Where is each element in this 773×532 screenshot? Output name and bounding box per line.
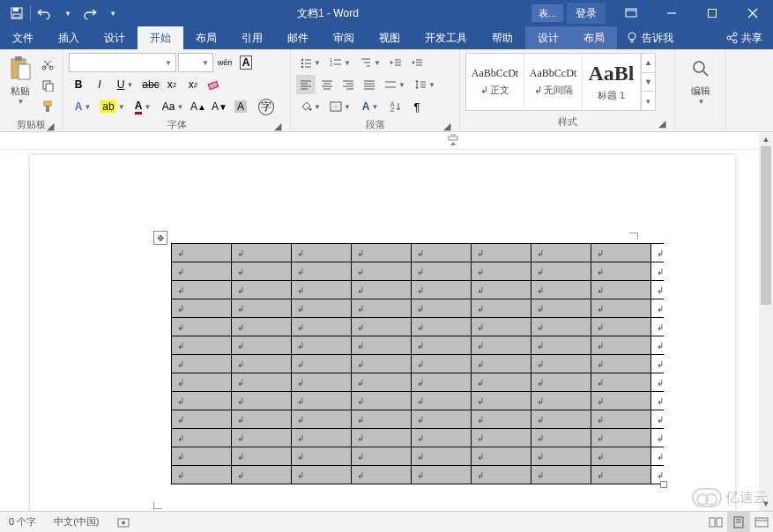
table-cell[interactable]: ↲: [472, 447, 531, 466]
table-cell[interactable]: ↲: [412, 447, 472, 466]
change-case-button[interactable]: Aa▼: [159, 97, 187, 116]
find-button[interactable]: 编辑 ▼: [683, 53, 718, 106]
ruler[interactable]: [0, 132, 773, 150]
table-cell[interactable]: ↲: [412, 355, 472, 373]
tab-table-design[interactable]: 设计: [525, 26, 571, 49]
word-count[interactable]: 0 个字: [0, 515, 45, 528]
web-layout-view[interactable]: [750, 512, 773, 533]
table-cell[interactable]: ↲: [172, 299, 232, 318]
line-spacing-button[interactable]: ▼: [411, 75, 439, 94]
table-cell[interactable]: ↲: [412, 262, 472, 281]
table-cell[interactable]: ↲: [232, 466, 292, 484]
table-cell[interactable]: ↲: [292, 281, 352, 299]
table-cell[interactable]: ↲: [591, 410, 651, 429]
table-cell[interactable]: ↲: [531, 244, 591, 262]
table-cell[interactable]: ↲: [232, 281, 292, 299]
table-cell[interactable]: ↲: [232, 392, 292, 410]
tab-design[interactable]: 设计: [92, 26, 138, 49]
increase-indent-button[interactable]: [407, 53, 427, 72]
scroll-thumb[interactable]: [761, 146, 771, 305]
font-name-combo[interactable]: ▼: [69, 53, 176, 72]
format-painter-button[interactable]: [38, 97, 57, 116]
table-cell[interactable]: ↲: [232, 355, 292, 373]
superscript-button[interactable]: x2: [183, 75, 203, 94]
table-cell[interactable]: ↲: [172, 355, 232, 373]
split-handle[interactable]: [446, 132, 460, 150]
table-cell[interactable]: ↲: [232, 447, 292, 466]
table-cell[interactable]: ↲: [531, 336, 591, 355]
table-cell[interactable]: ↲: [292, 318, 352, 336]
tab-developer[interactable]: 开发工具: [413, 26, 479, 49]
table-cell[interactable]: ↲: [232, 410, 292, 429]
table-cell[interactable]: ↲: [292, 373, 352, 392]
table-cell[interactable]: ↲: [352, 355, 412, 373]
tab-references[interactable]: 引用: [229, 26, 275, 49]
table-cell[interactable]: ↲: [172, 373, 232, 392]
style-no-spacing[interactable]: AaBbCcDt ↲无间隔: [524, 54, 583, 110]
table-cell[interactable]: ↲: [232, 336, 292, 355]
style-normal[interactable]: AaBbCcDt ↲正文: [466, 54, 524, 110]
table-cell[interactable]: ↲: [292, 410, 352, 429]
undo-dropdown[interactable]: ▼: [56, 0, 78, 26]
table-cell[interactable]: ↲: [172, 447, 232, 466]
table-cell[interactable]: ↲: [472, 392, 531, 410]
table-cell[interactable]: ↲: [472, 299, 531, 318]
table-cell[interactable]: ↲: [352, 262, 412, 281]
table-cell[interactable]: ↲: [292, 392, 352, 410]
distributed-button[interactable]: ▼: [381, 75, 409, 94]
sort-button[interactable]: AZ: [386, 97, 405, 116]
styles-scroll-up[interactable]: ▲: [642, 54, 655, 73]
tab-review[interactable]: 审阅: [321, 26, 367, 49]
table-cell[interactable]: ↲: [591, 262, 651, 281]
table-cell[interactable]: ↲: [232, 373, 292, 392]
login-button[interactable]: 登录: [567, 3, 606, 24]
table-cell[interactable]: ↲: [472, 429, 531, 447]
style-heading1[interactable]: AaBl 标题 1: [583, 54, 641, 110]
paragraph-launcher[interactable]: ◢: [442, 121, 452, 131]
tab-home[interactable]: 开始: [138, 26, 183, 49]
bold-button[interactable]: B: [69, 75, 88, 94]
page[interactable]: ✥ ↲↲↲↲↲↲↲↲↲↲↲↲↲↲↲↲↲↲↲↲↲↲↲↲↲↲↲↲↲↲↲↲↲↲↲↲↲↲…: [30, 155, 735, 511]
document-area[interactable]: ✥ ↲↲↲↲↲↲↲↲↲↲↲↲↲↲↲↲↲↲↲↲↲↲↲↲↲↲↲↲↲↲↲↲↲↲↲↲↲↲…: [0, 150, 759, 511]
table-cell[interactable]: ↲: [591, 373, 651, 392]
table-cell[interactable]: ↲: [531, 299, 591, 318]
table-cell[interactable]: ↲: [412, 318, 472, 336]
table-cell[interactable]: ↲: [591, 281, 651, 299]
document-table[interactable]: ↲↲↲↲↲↲↲↲↲↲↲↲↲↲↲↲↲↲↲↲↲↲↲↲↲↲↲↲↲↲↲↲↲↲↲↲↲↲↲↲…: [171, 243, 664, 484]
table-cell[interactable]: ↲: [172, 318, 232, 336]
table-cell[interactable]: ↲: [352, 447, 412, 466]
table-cell[interactable]: ↲: [531, 429, 591, 447]
table-cell[interactable]: ↲: [591, 299, 651, 318]
table-cell[interactable]: ↲: [292, 244, 352, 262]
table-cell[interactable]: ↲: [352, 336, 412, 355]
table-cell[interactable]: ↲: [292, 262, 352, 281]
table-cell[interactable]: ↲: [472, 262, 531, 281]
table-cell[interactable]: ↲: [591, 466, 651, 484]
table-cell[interactable]: ↲: [412, 392, 472, 410]
font-launcher[interactable]: ◢: [272, 121, 283, 131]
phonetic-guide-button[interactable]: wén: [215, 53, 234, 72]
tab-layout[interactable]: 布局: [183, 26, 229, 49]
table-cell[interactable]: ↲: [232, 262, 292, 281]
table-cell[interactable]: ↲: [172, 262, 232, 281]
table-cell[interactable]: ↲: [352, 299, 412, 318]
table-cell[interactable]: ↲: [172, 244, 232, 262]
table-resize-handle[interactable]: [660, 481, 667, 488]
table-cell[interactable]: ↲: [352, 392, 412, 410]
table-cell[interactable]: ↲: [472, 373, 531, 392]
table-cell[interactable]: ↲: [531, 318, 591, 336]
table-cell[interactable]: ↲: [172, 466, 232, 484]
table-cell[interactable]: ↲: [591, 429, 651, 447]
tab-mailings[interactable]: 邮件: [275, 26, 321, 49]
styles-scroll-down[interactable]: ▼: [642, 73, 655, 92]
character-border-button[interactable]: A: [236, 53, 256, 72]
align-center-button[interactable]: [317, 75, 337, 94]
shading-button[interactable]: ▼: [296, 97, 324, 116]
table-cell[interactable]: ↲: [232, 244, 292, 262]
highlight-button[interactable]: ab▼: [99, 97, 127, 116]
minimize-button[interactable]: [651, 0, 692, 26]
table-cell[interactable]: ↲: [292, 336, 352, 355]
table-cell[interactable]: ↲: [232, 429, 292, 447]
justify-button[interactable]: [360, 75, 379, 94]
table-cell[interactable]: ↲: [412, 281, 472, 299]
